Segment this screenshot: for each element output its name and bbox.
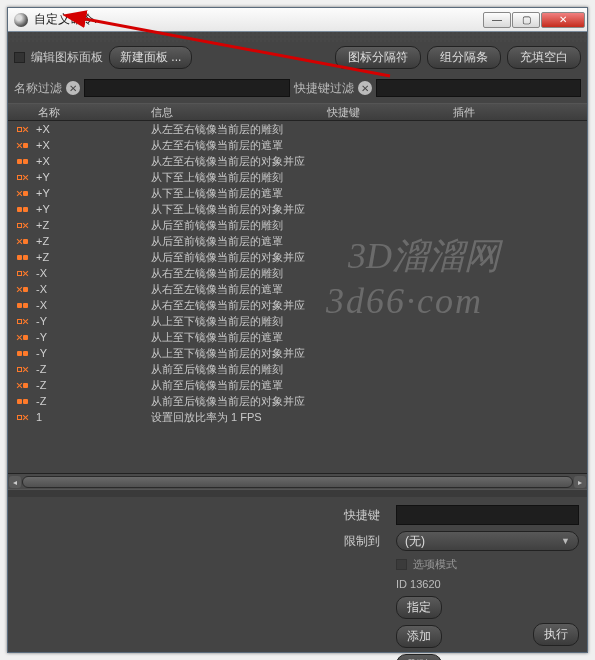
table-row[interactable]: +Z从后至前镜像当前层的对象并应 [8, 249, 587, 265]
table-row[interactable]: 1设置回放比率为 1 FPS [8, 409, 587, 425]
option-mode-label: 选项模式 [413, 557, 457, 572]
name-filter-label: 名称过滤 [14, 80, 62, 97]
table-row[interactable]: -Z从前至后镜像当前层的对象并应 [8, 393, 587, 409]
table-row[interactable]: -X从右至左镜像当前层的雕刻 [8, 265, 587, 281]
edit-palette-checkbox[interactable] [14, 52, 25, 63]
shortcut-filter-input[interactable] [376, 79, 582, 97]
new-panel-button[interactable]: 新建面板 ... [109, 46, 192, 69]
row-info: 从左至右镜像当前层的对象并应 [151, 154, 327, 169]
close-button[interactable]: ✕ [541, 12, 585, 28]
scroll-thumb[interactable] [22, 476, 573, 488]
table-row[interactable]: -Z从前至后镜像当前层的遮罩 [8, 377, 587, 393]
row-icon [8, 298, 36, 312]
row-icon [8, 378, 36, 392]
scroll-left-icon[interactable]: ◂ [9, 476, 21, 488]
row-name: -Z [36, 379, 151, 391]
row-icon [8, 410, 36, 424]
table-row[interactable]: +X从左至右镜像当前层的对象并应 [8, 153, 587, 169]
assign-button[interactable]: 指定 [396, 596, 442, 619]
row-info: 从前至后镜像当前层的遮罩 [151, 378, 327, 393]
row-icon [8, 138, 36, 152]
row-info: 从上至下镜像当前层的雕刻 [151, 314, 327, 329]
table-row[interactable]: +Y从下至上镜像当前层的对象并应 [8, 201, 587, 217]
row-name: +X [36, 155, 151, 167]
table-row[interactable]: +Y从下至上镜像当前层的雕刻 [8, 169, 587, 185]
edit-palette-label: 编辑图标面板 [31, 49, 103, 66]
col-header-plugin[interactable]: 插件 [453, 105, 587, 120]
row-icon [8, 362, 36, 376]
row-icon [8, 170, 36, 184]
row-name: -Y [36, 331, 151, 343]
row-name: +Y [36, 171, 151, 183]
row-info: 从上至下镜像当前层的对象并应 [151, 346, 327, 361]
table-row[interactable]: -Y从上至下镜像当前层的雕刻 [8, 313, 587, 329]
row-name: +Y [36, 187, 151, 199]
row-info: 从前至后镜像当前层的对象并应 [151, 394, 327, 409]
table-row[interactable]: -Y从上至下镜像当前层的对象并应 [8, 345, 587, 361]
row-info: 从下至上镜像当前层的对象并应 [151, 202, 327, 217]
row-info: 从右至左镜像当前层的雕刻 [151, 266, 327, 281]
window-frame: 自定义命令... — ▢ ✕ 编辑图标面板 新建面板 ... 图标分隔符 组分隔… [7, 7, 588, 653]
add-button[interactable]: 添加 [396, 625, 442, 648]
col-header-info[interactable]: 信息 [151, 105, 327, 120]
detail-shortcut-label: 快捷键 [344, 507, 388, 524]
h-scrollbar[interactable]: ◂ ▸ [8, 473, 587, 489]
restrict-dropdown[interactable]: (无) ▼ [396, 531, 579, 551]
table-row[interactable]: -Z从前至后镜像当前层的雕刻 [8, 361, 587, 377]
row-icon [8, 266, 36, 280]
table-row[interactable]: +Z从后至前镜像当前层的雕刻 [8, 217, 587, 233]
icon-separator-button[interactable]: 图标分隔符 [335, 46, 421, 69]
chevron-down-icon: ▼ [561, 536, 570, 546]
row-name: -Y [36, 347, 151, 359]
row-info: 从左至右镜像当前层的遮罩 [151, 138, 327, 153]
row-icon [8, 330, 36, 344]
delete-button[interactable]: 删除 [396, 654, 442, 660]
col-header-name[interactable]: 名称 [8, 105, 151, 120]
option-mode-checkbox[interactable] [396, 559, 407, 570]
row-name: +X [36, 139, 151, 151]
table-row[interactable]: -X从右至左镜像当前层的遮罩 [8, 281, 587, 297]
row-icon [8, 154, 36, 168]
table-row[interactable]: +X从左至右镜像当前层的雕刻 [8, 121, 587, 137]
table-row[interactable]: -X从右至左镜像当前层的对象并应 [8, 297, 587, 313]
row-icon [8, 186, 36, 200]
detail-restrict-label: 限制到 [344, 533, 388, 550]
group-separator-button[interactable]: 组分隔条 [427, 46, 501, 69]
col-header-shortcut[interactable]: 快捷键 [327, 105, 453, 120]
row-name: +Z [36, 235, 151, 247]
fill-blank-button[interactable]: 充填空白 [507, 46, 581, 69]
row-info: 从右至左镜像当前层的遮罩 [151, 282, 327, 297]
row-name: -X [36, 299, 151, 311]
row-info: 从下至上镜像当前层的遮罩 [151, 186, 327, 201]
scroll-right-icon[interactable]: ▸ [574, 476, 586, 488]
table-row[interactable]: +X从左至右镜像当前层的遮罩 [8, 137, 587, 153]
shortcut-filter-label: 快捷键过滤 [294, 80, 354, 97]
row-info: 从左至右镜像当前层的雕刻 [151, 122, 327, 137]
row-info: 从下至上镜像当前层的雕刻 [151, 170, 327, 185]
row-info: 从右至左镜像当前层的对象并应 [151, 298, 327, 313]
table-row[interactable]: +Y从下至上镜像当前层的遮罩 [8, 185, 587, 201]
minimize-button[interactable]: — [483, 12, 511, 28]
titlebar[interactable]: 自定义命令... — ▢ ✕ [8, 8, 587, 32]
row-icon [8, 346, 36, 360]
maximize-button[interactable]: ▢ [512, 12, 540, 28]
filter-row: 名称过滤 ✕ 快捷键过滤 ✕ [8, 73, 587, 103]
execute-button[interactable]: 执行 [533, 623, 579, 646]
shortcut-filter-clear-icon[interactable]: ✕ [358, 81, 372, 95]
detail-shortcut-input[interactable] [396, 505, 579, 525]
command-table[interactable]: +X从左至右镜像当前层的雕刻+X从左至右镜像当前层的遮罩+X从左至右镜像当前层的… [8, 121, 587, 473]
table-row[interactable]: +Z从后至前镜像当前层的遮罩 [8, 233, 587, 249]
id-label: ID 13620 [396, 578, 441, 590]
row-info: 从前至后镜像当前层的雕刻 [151, 362, 327, 377]
row-name: -Z [36, 395, 151, 407]
app-icon [14, 13, 28, 27]
name-filter-clear-icon[interactable]: ✕ [66, 81, 80, 95]
grip-bar[interactable] [8, 32, 587, 42]
table-row[interactable]: -Y从上至下镜像当前层的遮罩 [8, 329, 587, 345]
row-name: -Z [36, 363, 151, 375]
row-name: 1 [36, 411, 151, 423]
restrict-dropdown-value: (无) [405, 533, 425, 550]
row-icon [8, 250, 36, 264]
row-name: +X [36, 123, 151, 135]
name-filter-input[interactable] [84, 79, 290, 97]
